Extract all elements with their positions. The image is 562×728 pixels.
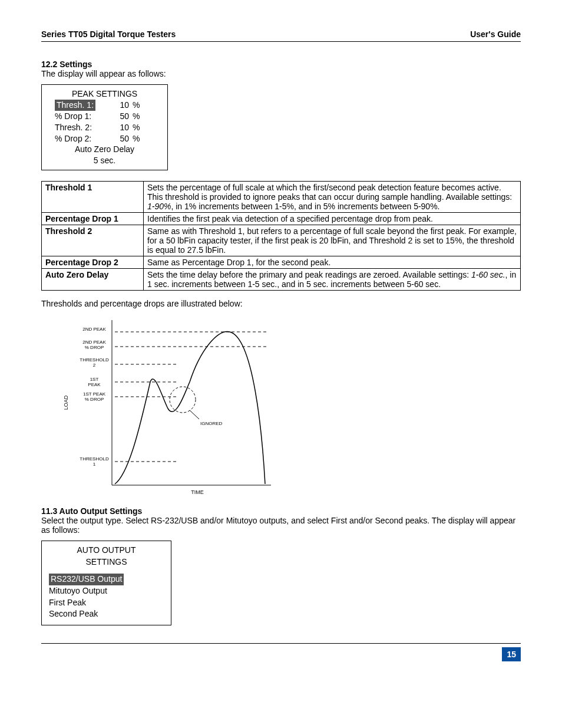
- page-header: Series TT05 Digital Torque Testers User'…: [41, 29, 521, 42]
- y-marker-2nd-drop: 2ND PEAK% DROP: [82, 340, 106, 350]
- definitions-table: Threshold 1 Sets the percentage of full …: [41, 181, 521, 291]
- lcd-row-drop2: % Drop 2: 50 %: [44, 133, 165, 144]
- y-marker-th2: THRESHOLD2: [80, 357, 109, 368]
- lcd-title: PEAK SETTINGS: [44, 88, 165, 100]
- lcd-unit-thresh1: %: [133, 100, 140, 111]
- def-desc-0: Sets the percentage of full scale at whi…: [144, 182, 521, 213]
- table-row: Auto Zero Delay Sets the time delay befo…: [42, 269, 521, 291]
- def-desc-4: Sets the time delay before the primary a…: [144, 269, 521, 291]
- x-axis-label: TIME: [191, 489, 204, 495]
- section-settings: 12.2 Settings The display will appear as…: [41, 60, 521, 170]
- auto-item-0: RS232/USB Output: [49, 574, 164, 585]
- lcd-value-drop2: 50: [105, 133, 133, 144]
- lcd-unit-thresh2: %: [133, 122, 140, 133]
- intro-text-1: The display will appear as follows:: [41, 69, 521, 78]
- lcd-row-thresh1: Thresh. 1: 10 %: [44, 100, 165, 111]
- svg-point-8: [170, 387, 196, 413]
- header-left: Series TT05 Digital Torque Testers: [41, 29, 176, 39]
- peak-settings-display: PEAK SETTINGS Thresh. 1: 10 % % Drop 1: …: [41, 84, 168, 170]
- def-name-2: Threshold 2: [42, 225, 144, 256]
- lcd-label-drop2: % Drop 2:: [44, 133, 105, 144]
- lcd-row-drop1: % Drop 1: 50 %: [44, 111, 165, 122]
- threshold-chart: 2ND PEAK 2ND PEAK% DROP THRESHOLD2 1STPE…: [59, 314, 521, 497]
- y-marker-2nd-peak: 2ND PEAK: [82, 327, 106, 332]
- ignored-label: IGNORED: [200, 421, 223, 426]
- page-number: 15: [502, 647, 521, 661]
- lcd-value-thresh1: 10: [105, 100, 133, 111]
- lcd-unit-drop2: %: [133, 133, 140, 144]
- table-row: Percentage Drop 1 Identifies the first p…: [42, 213, 521, 225]
- def-desc-1: Identifies the first peak via detection …: [144, 213, 521, 225]
- def-name-4: Auto Zero Delay: [42, 269, 144, 291]
- svg-line-9: [190, 410, 199, 419]
- heading-12-2: 12.2 Settings: [41, 60, 521, 69]
- intro-text-2: Select the output type. Select RS-232/US…: [41, 516, 521, 535]
- table-row: Percentage Drop 2 Same as Percentage Dro…: [42, 256, 521, 269]
- def-name-1: Percentage Drop 1: [42, 213, 144, 225]
- auto-lcd-title: AUTO OUTPUT SETTINGS: [49, 545, 164, 568]
- table-row: Threshold 1 Sets the percentage of full …: [42, 182, 521, 213]
- def-desc-2: Same as with Threshold 1, but refers to …: [144, 225, 521, 256]
- y-axis-label: LOAD: [63, 395, 69, 410]
- y-marker-th1: THRESHOLD1: [80, 456, 109, 467]
- lcd-value-drop1: 50: [105, 111, 133, 122]
- y-marker-1st-drop: 1ST PEAK% DROP: [83, 391, 106, 402]
- header-right: User's Guide: [470, 29, 521, 39]
- def-name-3: Percentage Drop 2: [42, 256, 144, 269]
- section-auto-output: 11.3 Auto Output Settings Select the out…: [41, 506, 521, 625]
- auto-item-2: First Peak: [49, 597, 164, 609]
- heading-11-3: 11.3 Auto Output Settings: [41, 506, 521, 516]
- lcd-value-thresh2: 10: [105, 122, 133, 133]
- lcd-label-thresh1: Thresh. 1:: [55, 100, 95, 111]
- page-footer: 15: [41, 643, 521, 661]
- lcd-azd-label: Auto Zero Delay: [44, 144, 165, 155]
- illustration-intro: Thresholds and percentage drops are illu…: [41, 299, 521, 308]
- auto-item-3: Second Peak: [49, 608, 164, 620]
- auto-output-display: AUTO OUTPUT SETTINGS RS232/USB Output Mi…: [41, 541, 171, 625]
- def-name-0: Threshold 1: [42, 182, 144, 213]
- table-row: Threshold 2 Same as with Threshold 1, bu…: [42, 225, 521, 256]
- lcd-row-thresh2: Thresh. 2: 10 %: [44, 122, 165, 133]
- lcd-unit-drop1: %: [133, 111, 140, 122]
- auto-item-1: Mitutoyo Output: [49, 585, 164, 597]
- y-marker-1st-peak: 1STPEAK: [88, 377, 101, 387]
- def-desc-3: Same as Percentage Drop 1, for the secon…: [144, 256, 521, 269]
- lcd-label-drop1: % Drop 1:: [44, 111, 105, 122]
- lcd-azd-value: 5 sec.: [44, 155, 165, 166]
- chart-svg: 2ND PEAK 2ND PEAK% DROP THRESHOLD2 1STPE…: [59, 314, 312, 497]
- lcd-label-thresh2: Thresh. 2:: [44, 122, 105, 133]
